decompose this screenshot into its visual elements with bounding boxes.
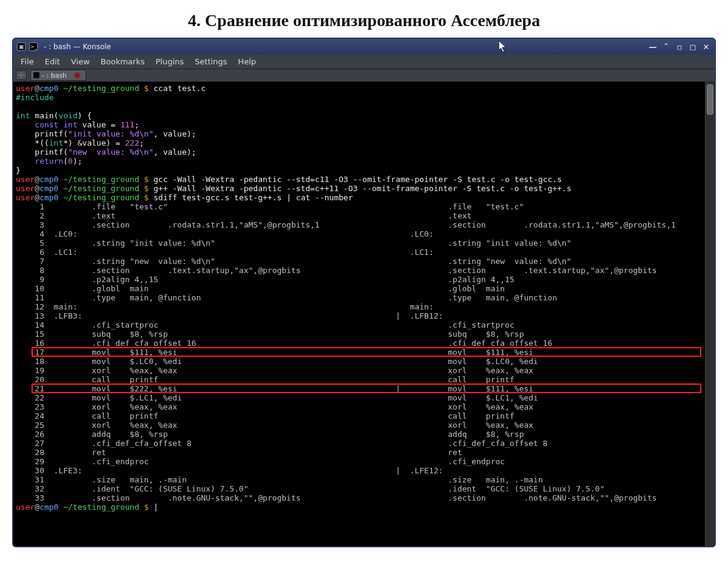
menu-bookmarks[interactable]: Bookmarks [101,57,145,66]
scrollbar[interactable] [705,82,715,546]
menu-plugins[interactable]: Plugins [155,57,184,66]
restore-button[interactable]: ◻ [687,42,699,52]
menu-file[interactable]: File [21,57,34,66]
close-button[interactable]: ✕ [700,42,712,52]
terminal-window: ▣ >_ - : bash — Konsole — ˆ ▫ ◻ ✕ File E… [12,38,716,547]
menu-settings[interactable]: Settings [195,57,227,66]
tab-close-icon[interactable]: × [74,72,81,79]
titlebar[interactable]: ▣ >_ - : bash — Konsole — ˆ ▫ ◻ ✕ [13,39,715,55]
maximize-button[interactable]: ▫ [673,42,686,52]
shade-button[interactable]: ˆ [660,42,672,52]
tab-bash[interactable]: - : bash × [30,70,86,81]
mouse-cursor-icon [499,41,507,53]
new-tab-button[interactable]: ➕ [16,70,27,80]
app-icon: ▣ [17,42,25,51]
tab-label: - : bash [42,72,67,79]
minimize-button[interactable]: — [647,42,659,52]
tabbar: ➕ - : bash × [13,69,715,82]
menu-view[interactable]: View [71,57,90,66]
menubar: File Edit View Bookmarks Plugins Setting… [13,55,715,69]
scrollbar-thumb[interactable] [707,84,713,115]
terminal-content[interactable]: user@cmp0 ~/testing_ground $ ccat test.c… [13,82,707,546]
tab-icon [33,72,39,78]
menu-edit[interactable]: Edit [45,57,60,66]
app-icon: >_ [29,42,38,51]
page-title: 4. Сравнение оптимизированного Ассемблер… [0,0,728,38]
menu-help[interactable]: Help [238,57,256,66]
window-title: - : bash — Konsole [41,42,111,51]
